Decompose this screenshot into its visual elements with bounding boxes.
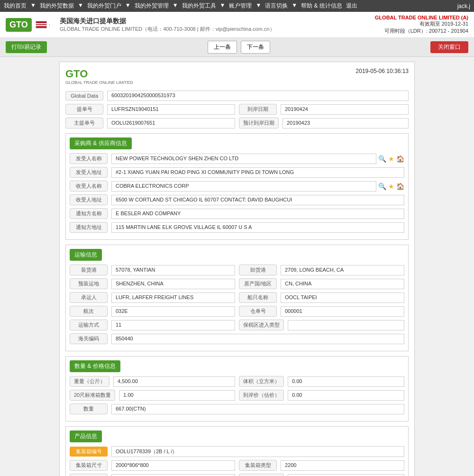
header-title-area: 美国海关进口提单数据 GLOBAL TRADE ONLINE LIMITED（电… [60,17,275,33]
volume-label: 体积（立方米） [239,376,284,387]
discharge-port-value: 2709, LONG BEACH, CA [281,265,404,275]
bill-row: 提单号 LUFRSZN19040151 到岸日期 20190424 [65,104,409,115]
shipper-name-label: 发受人名称 [70,153,108,164]
carrier-value: LUFR, LARFER FREIGHT LINES [111,293,235,303]
origin-value: CN, CHINA [281,279,404,289]
shipper-name-row: 发受人名称 NEW POWER TECHNOLOGY SHEN ZHEN CO … [70,153,404,164]
nav-links[interactable]: 我的首页 ▼ 我的外贸数据 ▼ 我的外贸门户 ▼ 我的外贸管理 ▼ 我的外贸工具… [4,2,357,10]
container-size-value: 2000*806*800 [111,460,235,471]
container-no-value: OOLU1778339（2B / L /） [111,446,404,457]
doc-datetime: 2019-05-06 10:36:13 [356,68,409,74]
main-content: GTO GLOBAL TRADE ONLINE LIMITED 2019-05-… [0,57,474,476]
transport-value: 11 [111,320,235,330]
voyage-no-value: 032E [111,306,235,317]
print-button[interactable]: 打印/易记录 [6,41,47,53]
container-size-area: 集装箱尺寸 2000*806*800 [70,460,235,471]
qty-row: 数量 667.00(CTN) [70,403,404,414]
pre-voyage-area: 预装运地 SHENZHEN, CHINA [70,278,235,289]
container-type-area: 集装箱类型 2200 [239,460,404,471]
container20-area: 20尺标准箱数量 1.00 [70,390,235,401]
notify-name-value: E BESLER AND COMPANY [111,209,404,219]
doc-header: GTO GLOBAL TRADE ONLINE LIMITED 2019-05-… [65,68,409,85]
arrival-price-value: 0.00 [288,390,404,401]
transport-label: 运输方式 [70,320,108,330]
shipper-home-icon[interactable]: 🏠 [396,155,404,163]
nav-logout[interactable]: 退出 [346,2,357,10]
voyage-no-label: 航次 [70,306,108,317]
nav-tools[interactable]: 我的外贸工具 [182,2,216,10]
volume-area: 体积（立方米） 0.00 [239,376,404,387]
vessel-label: 船只名称 [239,292,277,303]
nav-account[interactable]: 账户管理 [229,2,252,10]
consignee-name-label: 收受人名称 [70,181,108,192]
transport-row: 运输方式 11 保税区进入类型 [70,320,404,330]
weight-label: 重量（公斤） [70,376,109,387]
notify-name-row: 通知方名称 E BESLER AND COMPANY [70,208,404,219]
close-button[interactable]: 关闭窗口 [430,41,468,53]
nav-trade-data[interactable]: 我的外贸数据 [40,2,74,10]
logo-area: GTO · 美国海关进口提单数据 GLOBAL TRADE ONLINE LIM… [6,17,275,33]
product-section: 产品信息 集装箱编号 OOLU1778339（2B / L /） 集装箱尺寸 2… [65,426,409,476]
arrival-price-area: 到岸价（估价） 0.00 [239,390,404,401]
consignee-star-icon[interactable]: ★ [388,183,394,190]
header-right: GLOBAL TRADE ONLINE LIMITED (A) 有效期至 201… [375,15,468,35]
container-qty-row: 20尺标准箱数量 1.00 到岸价（估价） 0.00 [70,390,404,401]
shipper-star-icon[interactable]: ★ [388,155,394,163]
supplier-header: 采购商 & 供应商信息 [70,137,132,149]
container-size-row: 集装箱尺寸 2000*806*800 集装箱类型 2200 [70,460,404,471]
doc-logo-sub: GLOBAL TRADE ONLINE LIMITED [65,80,133,85]
ftz-value [288,320,404,330]
nav-portal[interactable]: 我的外贸门户 [87,2,121,10]
notify-addr-row: 通知方地址 115 MARTIN LANE ELK GROVE VILLAGE … [70,222,404,233]
discharge-port-label: 卸货港 [239,265,277,275]
container-no-row: 集装箱编号 OOLU1778339（2B / L /） [70,446,404,457]
nav-help[interactable]: 帮助 & 统计信息 [301,2,342,10]
supplier-section: 采购商 & 供应商信息 发受人名称 NEW POWER TECHNOLOGY S… [65,133,409,240]
quantity-header: 数量 & 价格信息 [70,360,120,372]
product-price-value: 0.00 [288,474,404,476]
container-no-area: 仓单号 000001 [239,306,404,317]
product-price-label: 到岸价（估价） [239,474,284,476]
doc-logo: GTO [65,68,133,80]
origin-area: 原产国/地区 CN, CHINA [239,278,404,289]
next-button[interactable]: 下一条 [241,41,270,54]
estimated-date-label: 预计到岸日期 [239,118,279,128]
shipper-icons: 🔍 ★ 🏠 [378,155,404,163]
nav-home[interactable]: 我的首页 [4,2,27,10]
shipper-search-icon[interactable]: 🔍 [378,155,386,163]
carrier-row: 承运人 LUFR, LARFER FREIGHT LINES 船只名称 OOCL… [70,292,404,303]
expiry-date: 有效期至 2019-12-31 [375,20,468,27]
consignee-search-icon[interactable]: 🔍 [378,183,386,190]
page-header: GTO · 美国海关进口提单数据 GLOBAL TRADE ONLINE LIM… [0,12,474,38]
global-data-label: Global Data [65,91,103,101]
ftz-area: 保税区进入类型 [239,320,404,330]
container-no-value: 000001 [281,306,404,317]
product-header: 产品信息 [70,430,102,442]
shipper-addr-value: #2-1 XIANG YUAN PAI ROAD PING XI COMMUNI… [111,167,404,178]
load-port-label: 装货港 [70,265,108,275]
carrier-label: 承运人 [70,292,108,303]
arrival-price-label: 到岸价（估价） [239,390,284,401]
nav-manage[interactable]: 我的外贸管理 [135,2,169,10]
carrier-area: 承运人 LUFR, LARFER FREIGHT LINES [70,292,235,303]
us-flag [36,21,47,28]
quantity-section: 数量 & 价格信息 重量（公斤） 4,500.00 体积（立方米） 0.00 2… [65,356,409,421]
load-port-area: 装货港 57078, YANTIAN [70,265,235,275]
arrival-date-value: 20190424 [281,104,409,115]
product-qty-row: 数量 667.00 到岸价（估价） 0.00 [70,474,404,476]
volume-value: 0.00 [288,376,404,387]
origin-label: 原产国/地区 [239,278,277,289]
page-title: 美国海关进口提单数据 [60,17,275,26]
notify-addr-value: 115 MARTIN LANE ELK GROVE VILLAGE IL 600… [111,222,404,233]
weight-area: 重量（公斤） 4,500.00 [70,376,235,387]
master-bill-value: OOLU2619007651 [107,118,235,128]
prev-button[interactable]: 上一条 [208,41,237,54]
product-price-area: 到岸价（估价） 0.00 [239,474,404,476]
global-data-row: Global Data 6003201904250000531973 [65,91,409,101]
nav-language[interactable]: 语言切换 [265,2,288,10]
shipping-header: 运输信息 [70,249,102,261]
consignee-home-icon[interactable]: 🏠 [396,183,404,190]
master-bill-label: 主提单号 [65,118,103,128]
weight-row: 重量（公斤） 4,500.00 体积（立方米） 0.00 [70,376,404,387]
arrival-date-label: 到岸日期 [239,104,277,115]
